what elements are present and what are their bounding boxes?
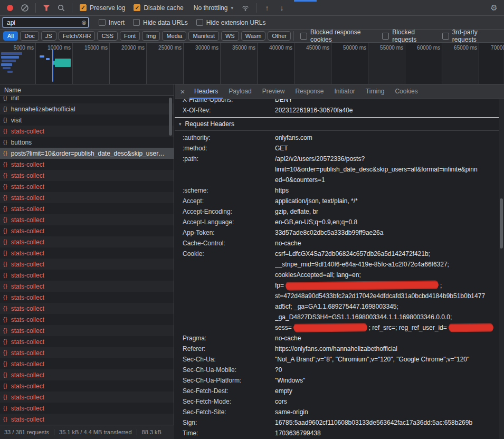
script-icon: {} <box>3 350 8 356</box>
waterfall-bar <box>52 49 53 82</box>
list-scrollbar-thumb[interactable] <box>169 98 172 136</box>
request-headers-section-header[interactable]: ▾ Request Headers <box>175 118 504 131</box>
request-row[interactable]: {}stats-collect <box>0 303 174 314</box>
request-name: posts?limit=10&order=publish_date_desc&s… <box>11 150 165 157</box>
request-row[interactable]: {}stats-collect <box>0 259 174 270</box>
filter-chip-manifest[interactable]: Manifest <box>188 31 219 41</box>
filter-chip-ws[interactable]: WS <box>221 31 239 41</box>
details-scrollbar[interactable] <box>499 99 504 439</box>
request-row[interactable]: {}posts?limit=10&order=publish_date_desc… <box>0 148 174 159</box>
details-scrollbar-thumb[interactable] <box>500 198 503 249</box>
checkbox-disable-cache[interactable]: ✓Disable cache <box>134 4 183 12</box>
throttling-select[interactable]: No throttling ▾ <box>189 4 237 12</box>
request-name: stats-collect <box>11 383 44 390</box>
details-tabs: × HeadersPayloadPreviewResponseInitiator… <box>175 84 504 99</box>
waterfall-bar <box>46 58 50 60</box>
tab-timing[interactable]: Timing <box>361 84 389 99</box>
request-row[interactable]: {}stats-collect <box>0 159 174 170</box>
devtools-network-panel: ✓Preserve log✓Disable cache No throttlin… <box>0 0 504 439</box>
request-row[interactable]: {}visit <box>0 114 174 126</box>
script-icon: {} <box>3 328 8 333</box>
tab-preview[interactable]: Preview <box>258 84 290 99</box>
settings-gear-icon[interactable]: ⚙ <box>487 2 501 14</box>
request-row[interactable]: {}stats-collect <box>0 336 174 347</box>
name-column-header[interactable]: Name <box>0 84 174 96</box>
filter-chip-js[interactable]: JS <box>41 31 56 41</box>
request-row[interactable]: {}stats-collect <box>0 392 174 403</box>
waterfall-overview[interactable]: 5000 ms10000 ms15000 ms20000 ms25000 ms3… <box>0 43 504 84</box>
request-row[interactable]: {}stats-collect <box>0 181 174 192</box>
header-value: https://onlyfans.com/hannahelizabethoffi… <box>275 343 504 354</box>
filter-chip-img[interactable]: Img <box>142 31 160 41</box>
tab-initiator[interactable]: Initiator <box>329 84 359 99</box>
filter-chip-css[interactable]: CSS <box>97 31 118 41</box>
header-row: Time:1703636799438 <box>175 428 504 438</box>
request-row[interactable]: {}stats-collect <box>0 203 174 214</box>
checkbox-3rd-party-requests[interactable]: 3rd-party requests <box>442 28 496 43</box>
request-row[interactable]: {}stats-collect <box>0 236 174 247</box>
request-name: stats-collect <box>11 250 44 257</box>
request-name: stats-collect <box>11 205 44 213</box>
filter-checkboxes: InvertHide data URLsHide extension URLs <box>95 19 270 26</box>
filter-chip-font[interactable]: Font <box>120 31 140 41</box>
list-scrollbar[interactable] <box>168 97 173 413</box>
filter-chip-all[interactable]: All <box>3 31 18 41</box>
request-name: stats-collect <box>11 227 44 235</box>
request-row[interactable]: {}stats-collect <box>0 403 174 414</box>
header-row: Sec-Fetch-Site:same-origin <box>175 407 504 417</box>
request-row[interactable]: {}stats-collect <box>0 369 174 380</box>
clear-button[interactable] <box>18 2 32 14</box>
request-row[interactable]: {}stats-collect <box>0 380 174 392</box>
request-name: stats-collect <box>11 272 44 279</box>
filter-chip-media[interactable]: Media <box>162 31 186 41</box>
export-har-button[interactable]: ↓ <box>275 2 289 14</box>
checkbox-blocked-response-cookies[interactable]: Blocked response cookies <box>300 28 374 43</box>
network-conditions-button[interactable] <box>239 2 252 14</box>
request-row[interactable]: {}stats-collect <box>0 314 174 325</box>
request-row[interactable]: {}stats-collect <box>0 170 174 181</box>
request-row[interactable]: {}init <box>0 96 174 103</box>
filter-toggle-button[interactable] <box>40 2 53 14</box>
checkbox-hide-extension-urls[interactable]: Hide extension URLs <box>196 19 266 26</box>
checkbox-invert[interactable]: Invert <box>99 19 125 26</box>
request-row[interactable]: {}stats-collect <box>0 225 174 236</box>
header-row: X-Frame-Options:DENY <box>175 99 504 105</box>
request-row[interactable]: {}stats-collect <box>0 347 174 358</box>
script-icon: {} <box>3 250 8 256</box>
tab-cookies[interactable]: Cookies <box>390 84 422 99</box>
import-har-button[interactable]: ↑ <box>260 2 274 14</box>
request-name: stats-collect <box>11 238 44 246</box>
checkbox-blocked-requests[interactable]: Blocked requests <box>382 28 434 43</box>
tab-payload[interactable]: Payload <box>224 84 256 99</box>
request-row[interactable]: {}hannahelizabethofficial <box>0 103 174 114</box>
filter-chip-doc[interactable]: Doc <box>20 31 39 41</box>
request-row[interactable]: {}stats-collect <box>0 247 174 259</box>
close-details-icon[interactable]: × <box>177 87 188 96</box>
request-row[interactable]: {}stats-collect <box>0 358 174 369</box>
checkbox-preserve-log[interactable]: ✓Preserve log <box>80 4 125 12</box>
request-row[interactable]: {}stats-collect <box>0 325 174 336</box>
request-row[interactable]: {}stats-collect <box>0 126 174 137</box>
clear-filter-icon[interactable]: ⊗ <box>81 19 87 26</box>
request-name: stats-collect <box>11 283 44 290</box>
request-row[interactable]: {}stats-collect <box>0 281 174 292</box>
request-headers-list: :authority:onlyfans.com:method:GET:path:… <box>175 131 504 438</box>
request-row[interactable]: {}stats-collect <box>0 270 174 281</box>
script-icon: {} <box>3 383 8 389</box>
search-button[interactable] <box>54 2 68 14</box>
filter-chip-other[interactable]: Other <box>268 31 291 41</box>
request-row[interactable]: {}stats-collect <box>0 214 174 225</box>
checkbox-label: Blocked response cookies <box>310 28 374 43</box>
tab-headers[interactable]: Headers <box>189 84 223 99</box>
filter-chip-fetch-xhr[interactable]: Fetch/XHR <box>59 31 96 41</box>
filter-input[interactable] <box>6 18 79 27</box>
tab-response[interactable]: Response <box>290 84 328 99</box>
request-row[interactable]: {}buttons <box>0 137 174 148</box>
request-row[interactable]: {}stats-collect <box>0 292 174 303</box>
waterfall-bar <box>7 71 13 73</box>
filter-chip-wasm[interactable]: Wasm <box>241 31 266 41</box>
checkbox-hide-data-urls[interactable]: Hide data URLs <box>133 19 188 26</box>
record-button[interactable] <box>3 2 17 14</box>
request-row[interactable]: {}stats-collect <box>0 414 174 425</box>
request-row[interactable]: {}stats-collect <box>0 192 174 203</box>
